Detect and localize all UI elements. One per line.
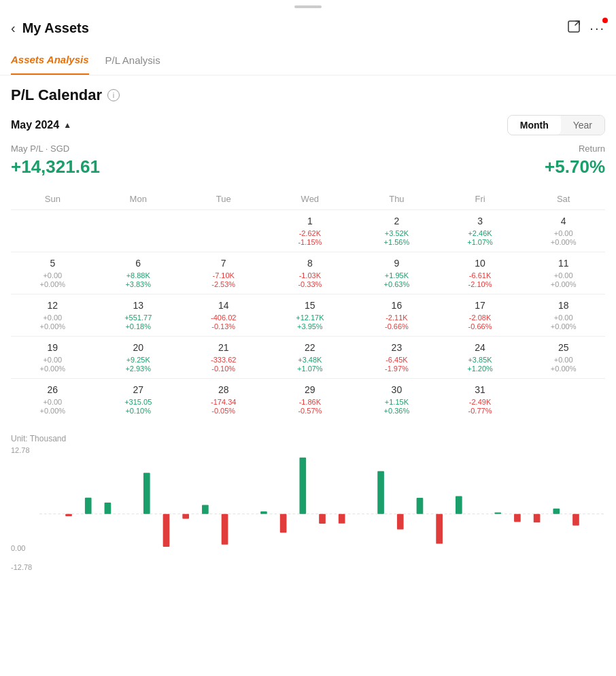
calendar-weekday-sat: Sat xyxy=(521,188,605,210)
calendar-cell[interactable]: 22+3.48K+1.07% xyxy=(265,337,355,379)
day-number: 1 xyxy=(268,216,352,226)
day-percent: -1.15% xyxy=(268,238,352,246)
calendar-cell[interactable]: 19+0.00+0.00% xyxy=(11,337,95,379)
day-percent: +0.36% xyxy=(358,407,436,415)
period-year-button[interactable]: Year xyxy=(561,116,604,135)
return-summary: Return +5.70% xyxy=(545,143,605,178)
calendar-cell[interactable]: 13+551.77+0.18% xyxy=(95,294,182,337)
calendar-cell[interactable]: 20+9.25K+2.93% xyxy=(95,337,182,379)
day-value: +2.46K xyxy=(441,229,519,237)
day-value: +0.00 xyxy=(524,271,602,280)
day-number: 9 xyxy=(358,258,436,269)
day-percent: -0.10% xyxy=(185,365,262,373)
day-number: 31 xyxy=(441,384,519,395)
bar-5 xyxy=(85,498,92,514)
calendar-cell[interactable]: 31-2.49K-0.77% xyxy=(439,379,522,421)
bar-53 xyxy=(553,509,560,514)
calendar-cell[interactable]: 4+0.00+0.00% xyxy=(521,210,605,252)
calendar-cell[interactable]: 26+0.00+0.00% xyxy=(11,379,95,421)
calendar-cell[interactable]: 12+0.00+0.00% xyxy=(11,294,95,337)
calendar-cell[interactable]: 3+2.46K+1.07% xyxy=(439,210,522,252)
bar-55 xyxy=(572,514,579,526)
calendar-cell[interactable]: 18+0.00+0.00% xyxy=(521,294,605,337)
drag-handle xyxy=(294,5,322,8)
day-percent: +1.56% xyxy=(358,238,436,246)
calendar-cell[interactable]: 9+1.95K+0.63% xyxy=(355,252,439,294)
day-value: -333.62 xyxy=(185,356,262,364)
calendar-cell[interactable]: 10-6.61K-2.10% xyxy=(439,252,522,294)
day-number: 21 xyxy=(185,342,262,353)
calendar-weekday-fri: Fri xyxy=(439,188,522,210)
day-value: +0.00 xyxy=(14,398,92,406)
info-icon[interactable]: i xyxy=(107,89,120,101)
day-value: +315.05 xyxy=(97,398,179,406)
tab-pl-analysis[interactable]: P/L Analysis xyxy=(105,46,160,74)
calendar-cell[interactable]: 27+315.05+0.10% xyxy=(95,379,182,421)
day-number: 17 xyxy=(441,300,519,311)
calendar-cell[interactable]: 14-406.02-0.13% xyxy=(182,294,265,337)
calendar-cell[interactable]: 21-333.62-0.10% xyxy=(182,337,265,379)
day-number: 5 xyxy=(14,258,92,269)
period-month-button[interactable]: Month xyxy=(508,116,561,135)
day-percent: +3.95% xyxy=(268,322,352,331)
calendar-cell[interactable]: 5+0.00+0.00% xyxy=(11,252,95,294)
calendar-cell[interactable]: 6+8.88K+3.83% xyxy=(95,252,182,294)
selected-date: May 2024 xyxy=(11,119,59,131)
calendar-cell xyxy=(182,210,265,252)
bar-37 xyxy=(397,514,404,530)
day-value: +0.00 xyxy=(14,356,92,364)
day-number: 16 xyxy=(358,300,436,311)
calendar-cell[interactable]: 15+12.17K+3.95% xyxy=(265,294,355,337)
bar-39 xyxy=(417,498,424,514)
return-label: Return xyxy=(545,143,605,154)
calendar-cell[interactable]: 30+1.15K+0.36% xyxy=(355,379,439,421)
calendar-cell xyxy=(11,210,95,252)
day-value: -2.08K xyxy=(441,314,519,322)
calendar-cell[interactable]: 17-2.08K-0.66% xyxy=(439,294,522,337)
calendar-cell[interactable]: 11+0.00+0.00% xyxy=(521,252,605,294)
day-number: 10 xyxy=(441,258,519,269)
calendar-cell[interactable]: 25+0.00+0.00% xyxy=(521,337,605,379)
day-value: +8.88K xyxy=(97,271,179,280)
day-number: 4 xyxy=(524,216,602,226)
y-axis-mid: 0.00 xyxy=(11,544,25,552)
calendar-cell[interactable]: 8-1.03K-0.33% xyxy=(265,252,355,294)
day-number: 13 xyxy=(97,300,179,311)
day-number: 6 xyxy=(97,258,179,269)
day-number: 22 xyxy=(268,342,352,353)
calendar-cell[interactable]: 23-6.45K-1.97% xyxy=(355,337,439,379)
day-number: 2 xyxy=(358,216,436,226)
calendar-cell[interactable]: 28-174.34-0.05% xyxy=(182,379,265,421)
bar-11 xyxy=(143,473,150,513)
bar-27 xyxy=(299,458,306,514)
day-percent: +3.83% xyxy=(97,280,179,288)
day-percent: +0.00% xyxy=(14,280,92,288)
export-icon[interactable] xyxy=(566,19,581,37)
day-value: -2.62K xyxy=(268,229,352,237)
calendar-cell[interactable]: 1-2.62K-1.15% xyxy=(265,210,355,252)
calendar-cell[interactable]: 16-2.11K-0.66% xyxy=(355,294,439,337)
chart-unit-label: Unit: Thousand xyxy=(11,434,605,443)
calendar-weekday-mon: Mon xyxy=(95,188,182,210)
bar-31 xyxy=(339,514,345,524)
day-value: -174.34 xyxy=(185,398,262,406)
more-icon[interactable]: ··· xyxy=(589,20,605,36)
day-value: +3.48K xyxy=(268,356,352,364)
calendar-cell[interactable]: 7-7.10K-2.53% xyxy=(182,252,265,294)
date-selector[interactable]: May 2024 ▲ xyxy=(11,119,71,131)
calendar-cell[interactable]: 24+3.85K+1.20% xyxy=(439,337,522,379)
day-percent: +0.00% xyxy=(14,322,92,331)
calendar-cell[interactable]: 2+3.52K+1.56% xyxy=(355,210,439,252)
bar-chart-section: Unit: Thousand 12.78 0.00 -12.78 xyxy=(11,434,605,571)
day-number: 12 xyxy=(14,300,92,311)
calendar-weekday-sun: Sun xyxy=(11,188,95,210)
pl-value: +14,321.61 xyxy=(11,156,100,178)
summary-row: May P/L · SGD +14,321.61 Return +5.70% xyxy=(11,143,605,178)
day-number: 24 xyxy=(441,342,519,353)
back-button[interactable]: ‹ xyxy=(11,20,16,36)
day-percent: -0.77% xyxy=(441,407,519,415)
day-percent: -0.33% xyxy=(268,280,352,288)
bar-29 xyxy=(319,514,326,524)
tab-assets-analysis[interactable]: Assets Analysis xyxy=(11,46,89,75)
calendar-cell[interactable]: 29-1.86K-0.57% xyxy=(265,379,355,421)
